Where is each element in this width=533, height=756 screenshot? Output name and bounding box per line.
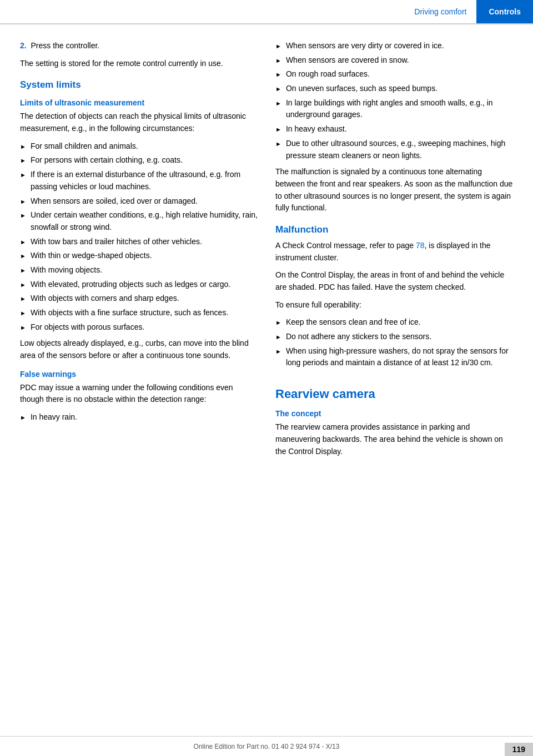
list-item: ►For persons with certain clothing, e.g.… bbox=[20, 154, 258, 167]
right-bullets-top: ►When sensors are very dirty or covered … bbox=[275, 40, 513, 162]
list-item: ►Under certain weather conditions, e.g.,… bbox=[20, 209, 258, 233]
bullet-arrow-icon: ► bbox=[20, 238, 26, 247]
bullet-text: Do not adhere any stickers to the sensor… bbox=[286, 331, 431, 343]
concept-title: The concept bbox=[275, 409, 513, 418]
list-item: ►With thin or wedge-shaped objects. bbox=[20, 250, 258, 262]
bullet-text: For persons with certain clothing, e.g. … bbox=[31, 154, 183, 167]
bullet-text: In large buildings with right angles and… bbox=[286, 97, 513, 121]
list-item: ►Do not adhere any stickers to the senso… bbox=[275, 331, 513, 343]
bullet-text: On uneven surfaces, such as speed bumps. bbox=[286, 83, 438, 95]
bullet-arrow-icon: ► bbox=[275, 318, 281, 327]
malfunction-note: The malfunction is signaled by a continu… bbox=[275, 166, 513, 214]
list-item: ►On rough road surfaces. bbox=[275, 68, 513, 80]
bullet-text: When sensors are very dirty or covered i… bbox=[286, 40, 444, 52]
bullet-arrow-icon: ► bbox=[20, 266, 26, 275]
list-item: ►In heavy exhaust. bbox=[275, 123, 513, 135]
bullet-arrow-icon: ► bbox=[20, 309, 26, 318]
bullet-arrow-icon: ► bbox=[275, 56, 281, 65]
operability-bullet-list: ►Keep the sensors clean and free of ice.… bbox=[275, 316, 513, 369]
bullet-text: When using high-pressure washers, do not… bbox=[286, 345, 513, 369]
malfunction-text-1: A Check Control message, refer to page 7… bbox=[275, 240, 513, 264]
rearview-camera-title: Rearview camera bbox=[275, 387, 513, 401]
list-item: ►With tow bars and trailer hitches of ot… bbox=[20, 236, 258, 248]
bullet-text: Under certain weather conditions, e.g., … bbox=[31, 209, 258, 233]
header-driving-comfort-label: Driving comfort bbox=[404, 0, 476, 23]
list-item: ►With elevated, protruding objects such … bbox=[20, 279, 258, 291]
bullet-arrow-icon: ► bbox=[275, 70, 281, 79]
system-limits-title: System limits bbox=[20, 79, 258, 90]
left-column: 2. Press the controller. The setting is … bbox=[20, 40, 258, 463]
bullet-text: With tow bars and trailer hitches of oth… bbox=[31, 236, 202, 248]
bullet-text: On rough road surfaces. bbox=[286, 68, 370, 80]
step-2: 2. Press the controller. bbox=[20, 40, 258, 52]
list-item: ►When sensors are covered in snow. bbox=[275, 54, 513, 67]
bullet-arrow-icon: ► bbox=[275, 332, 281, 342]
bullet-text: When sensors are covered in snow. bbox=[286, 54, 409, 67]
list-item: ►For small children and animals. bbox=[20, 140, 258, 153]
list-item: ►When sensors are very dirty or covered … bbox=[275, 40, 513, 52]
header-nav: Driving comfort Controls bbox=[404, 0, 533, 23]
bullet-text: With moving objects. bbox=[31, 264, 102, 276]
bullet-arrow-icon: ► bbox=[20, 197, 26, 206]
bullet-arrow-icon: ► bbox=[20, 280, 26, 290]
setting-stored-text: The setting is stored for the remote con… bbox=[20, 58, 258, 70]
list-item: ►When sensors are soiled, iced over or d… bbox=[20, 195, 258, 208]
bullet-arrow-icon: ► bbox=[20, 294, 26, 304]
malfunction-text-pre: A Check Control message, refer to page bbox=[275, 241, 416, 250]
bullet-arrow-icon: ► bbox=[20, 142, 26, 152]
list-item: ►With objects with corners and sharp edg… bbox=[20, 293, 258, 305]
page-footer: Online Edition for Part no. 01 40 2 924 … bbox=[0, 736, 533, 756]
bullet-text: If there is an external disturbance of t… bbox=[31, 169, 258, 193]
limits-subsection-title: Limits of ultrasonic measurement bbox=[20, 98, 258, 107]
step-number: 2. bbox=[20, 41, 27, 50]
bullet-text: With objects with corners and sharp edge… bbox=[31, 293, 179, 305]
bullet-arrow-icon: ► bbox=[20, 170, 26, 180]
bullet-arrow-icon: ► bbox=[20, 413, 26, 422]
bullet-text: For objects with porous surfaces. bbox=[31, 321, 144, 334]
bullet-arrow-icon: ► bbox=[20, 251, 26, 261]
bullet-arrow-icon: ► bbox=[20, 323, 26, 332]
list-item: ►On uneven surfaces, such as speed bumps… bbox=[275, 83, 513, 95]
list-item: ►Due to other ultrasound sources, e.g., … bbox=[275, 138, 513, 162]
bullet-arrow-icon: ► bbox=[275, 84, 281, 94]
bullet-text: With objects with a fine surface structu… bbox=[31, 307, 228, 319]
bullet-arrow-icon: ► bbox=[20, 211, 26, 220]
list-item: ►In large buildings with right angles an… bbox=[275, 97, 513, 121]
bullet-arrow-icon: ► bbox=[275, 99, 281, 108]
step-text: Press the controller. bbox=[31, 41, 99, 50]
false-warnings-bullet-list: ►In heavy rain. bbox=[20, 411, 258, 424]
list-item: ►In heavy rain. bbox=[20, 411, 258, 424]
bullet-arrow-icon: ► bbox=[275, 139, 281, 149]
rearview-section: Rearview camera The concept The rearview… bbox=[275, 387, 513, 457]
low-objects-text: Low objects already displayed, e.g., cur… bbox=[20, 337, 258, 361]
malfunction-title: Malfunction bbox=[275, 224, 513, 235]
bullet-text: Keep the sensors clean and free of ice. bbox=[286, 316, 421, 329]
bullet-arrow-icon: ► bbox=[20, 156, 26, 165]
bullet-text: With elevated, protruding objects such a… bbox=[31, 279, 230, 291]
list-item: ►If there is an external disturbance of … bbox=[20, 169, 258, 193]
bullet-arrow-icon: ► bbox=[275, 42, 281, 51]
list-item: ►For objects with porous surfaces. bbox=[20, 321, 258, 334]
malfunction-text-2: On the Control Display, the areas in fro… bbox=[275, 269, 513, 293]
bullet-text: In heavy exhaust. bbox=[286, 123, 347, 135]
bullet-text: When sensors are soiled, iced over or da… bbox=[31, 195, 198, 208]
malfunction-text-3: To ensure full operability: bbox=[275, 299, 513, 311]
malfunction-page-link[interactable]: 78 bbox=[416, 241, 425, 250]
bullet-arrow-icon: ► bbox=[275, 125, 281, 134]
bullet-text: Due to other ultrasound sources, e.g., s… bbox=[286, 138, 513, 162]
page-number: 119 bbox=[505, 743, 533, 756]
footer-text: Online Edition for Part no. 01 40 2 924 … bbox=[194, 743, 340, 750]
bullet-text: For small children and animals. bbox=[31, 140, 138, 153]
concept-text: The rearview camera provides assistance … bbox=[275, 421, 513, 457]
limits-intro: The detection of objects can reach the p… bbox=[20, 110, 258, 134]
list-item: ►With objects with a fine surface struct… bbox=[20, 307, 258, 319]
bullet-text: With thin or wedge-shaped objects. bbox=[31, 250, 152, 262]
false-warnings-intro: PDC may issue a warning under the follow… bbox=[20, 382, 258, 406]
header-controls-label: Controls bbox=[476, 0, 533, 23]
page-header: Driving comfort Controls bbox=[0, 0, 533, 24]
list-item: ►With moving objects. bbox=[20, 264, 258, 276]
right-column: ►When sensors are very dirty or covered … bbox=[275, 40, 513, 463]
list-item: ►When using high-pressure washers, do no… bbox=[275, 345, 513, 369]
bullet-arrow-icon: ► bbox=[275, 347, 281, 356]
list-item: ►Keep the sensors clean and free of ice. bbox=[275, 316, 513, 329]
